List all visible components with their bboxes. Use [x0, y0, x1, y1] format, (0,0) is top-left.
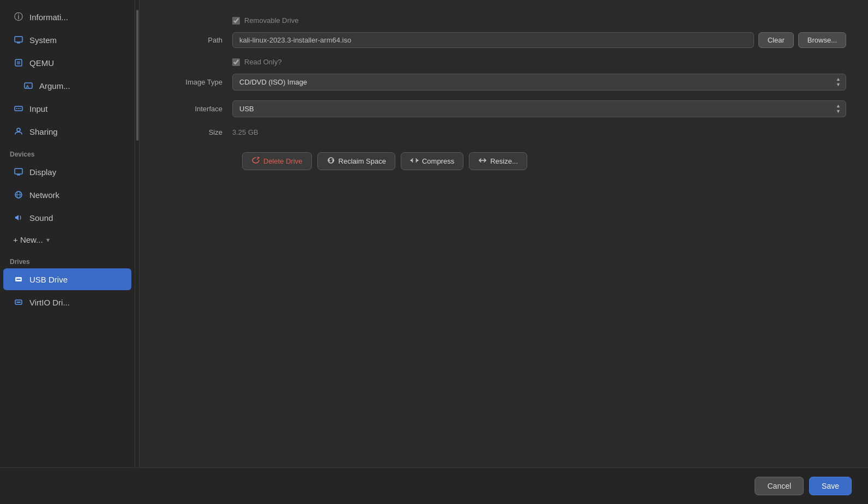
svg-rect-7	[16, 108, 17, 109]
interface-control: USB ▲ ▼	[232, 100, 846, 117]
qemu-icon	[13, 57, 24, 68]
read-only-checkbox[interactable]	[232, 58, 240, 66]
network-icon	[13, 189, 24, 200]
interface-row: Interface USB ▲ ▼	[161, 100, 846, 117]
delete-drive-icon	[251, 157, 260, 166]
sidebar-item-label: QEMU	[29, 58, 54, 68]
new-button-label[interactable]: + New...	[13, 235, 43, 244]
image-type-row: Image Type CD/DVD (ISO) Image ▲ ▼	[161, 74, 846, 91]
removable-drive-control: Removable Drive	[232, 16, 846, 25]
main-content: Removable Drive Path Clear Browse... Re	[140, 0, 868, 467]
sidebar-item-system[interactable]: System	[3, 29, 131, 51]
sidebar-scrollbar[interactable]	[135, 0, 140, 467]
removable-drive-checkbox[interactable]	[232, 17, 240, 25]
sidebar-item-label: VirtIO Dri...	[29, 298, 70, 307]
removable-drive-checkbox-label[interactable]: Removable Drive	[232, 16, 846, 25]
interface-select-container: USB ▲ ▼	[232, 100, 846, 117]
sidebar-item-label: Input	[29, 104, 47, 113]
svg-rect-17	[16, 279, 21, 280]
arrow-down-icon: ▼	[836, 82, 841, 88]
path-label: Path	[161, 36, 232, 44]
image-type-select[interactable]: CD/DVD (ISO) Image	[232, 74, 846, 91]
svg-rect-11	[15, 169, 22, 174]
removable-drive-row: Removable Drive	[161, 16, 846, 25]
sidebar-item-input[interactable]: Input	[3, 98, 131, 119]
removable-drive-label-text: Removable Drive	[244, 16, 299, 25]
bottom-bar: Cancel Save	[0, 467, 868, 504]
chevron-down-icon: ▾	[46, 236, 50, 244]
scrollbar-thumb[interactable]	[136, 10, 138, 141]
sidebar-item-network[interactable]: Network	[3, 184, 131, 206]
sidebar: ⓘ Informati... System QEMU A Argum...	[0, 0, 135, 467]
sidebar-item-label: Network	[29, 190, 59, 200]
arrow-up-icon2: ▲	[836, 103, 841, 109]
cancel-button[interactable]: Cancel	[755, 477, 804, 495]
image-type-arrows: ▲ ▼	[836, 76, 841, 88]
delete-drive-button[interactable]: Delete Drive	[242, 152, 312, 170]
usb-drive-icon	[13, 274, 24, 285]
save-button[interactable]: Save	[809, 477, 852, 495]
new-button-row[interactable]: + New... ▾	[3, 230, 131, 250]
devices-section-label: Devices	[0, 143, 135, 160]
svg-text:A: A	[26, 84, 29, 89]
drives-section-label: Drives	[0, 250, 135, 268]
reclaim-space-button[interactable]: Reclaim Space	[317, 152, 395, 170]
arguments-icon: A	[23, 80, 34, 91]
interface-label: Interface	[161, 105, 232, 113]
sharing-icon	[13, 126, 24, 137]
compress-label: Compress	[422, 157, 454, 165]
image-type-control: CD/DVD (ISO) Image ▲ ▼	[232, 74, 846, 91]
sidebar-item-label: Sharing	[29, 127, 58, 136]
path-input-row: Clear Browse...	[232, 32, 846, 48]
resize-button[interactable]: Resize...	[469, 152, 527, 170]
sidebar-item-display[interactable]: Display	[3, 161, 131, 183]
display-icon	[13, 166, 24, 177]
svg-rect-0	[15, 37, 22, 42]
sidebar-item-sharing[interactable]: Sharing	[3, 121, 131, 142]
sidebar-item-label: System	[29, 35, 57, 45]
size-row: Size 3.25 GB	[161, 127, 846, 137]
sidebar-item-label: USB Drive	[29, 275, 68, 284]
read-only-row: Read Only?	[161, 58, 846, 66]
image-type-select-container: CD/DVD (ISO) Image ▲ ▼	[232, 74, 846, 91]
sidebar-item-sound[interactable]: Sound	[3, 207, 131, 229]
size-value: 3.25 GB	[232, 128, 258, 136]
reclaim-space-icon	[327, 157, 335, 166]
read-only-control: Read Only?	[232, 58, 846, 66]
sidebar-item-label: Display	[29, 167, 56, 177]
sidebar-item-qemu[interactable]: QEMU	[3, 52, 131, 74]
action-buttons-row: Delete Drive Reclaim Space	[242, 152, 846, 170]
input-icon	[13, 103, 24, 114]
read-only-label-text: Read Only?	[244, 58, 282, 66]
svg-rect-12	[17, 175, 20, 176]
info-icon: ⓘ	[13, 11, 24, 22]
svg-rect-1	[17, 43, 20, 44]
path-control: Clear Browse...	[232, 32, 846, 48]
resize-icon	[478, 157, 487, 166]
compress-icon	[410, 157, 419, 166]
read-only-checkbox-label[interactable]: Read Only?	[232, 58, 846, 66]
interface-select[interactable]: USB	[232, 100, 846, 117]
sidebar-item-information[interactable]: ⓘ Informati...	[3, 6, 131, 28]
svg-rect-8	[18, 108, 19, 109]
browse-button[interactable]: Browse...	[798, 32, 846, 48]
path-row: Path Clear Browse...	[161, 32, 846, 48]
interface-value: USB	[239, 105, 254, 113]
image-type-label: Image Type	[161, 78, 232, 86]
svg-rect-19	[16, 302, 21, 303]
size-control: 3.25 GB	[232, 127, 846, 137]
sidebar-item-virtio-drive[interactable]: VirtIO Dri...	[3, 291, 131, 313]
svg-rect-3	[17, 61, 20, 64]
sidebar-item-label: Sound	[29, 213, 53, 223]
sidebar-item-usb-drive[interactable]: USB Drive	[3, 268, 131, 290]
sidebar-item-arguments[interactable]: A Argum...	[3, 75, 131, 97]
image-type-value: CD/DVD (ISO) Image	[239, 78, 307, 86]
svg-rect-9	[20, 108, 21, 109]
interface-arrows: ▲ ▼	[836, 103, 841, 115]
compress-button[interactable]: Compress	[401, 152, 463, 170]
clear-button[interactable]: Clear	[758, 32, 794, 48]
virtio-drive-icon	[13, 297, 24, 308]
resize-label: Resize...	[490, 157, 518, 165]
path-input[interactable]	[232, 32, 754, 48]
reclaim-space-label: Reclaim Space	[339, 157, 386, 165]
